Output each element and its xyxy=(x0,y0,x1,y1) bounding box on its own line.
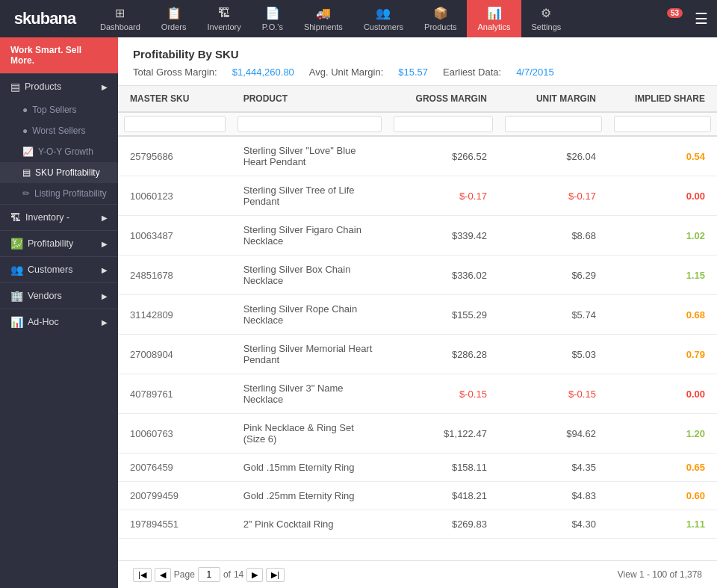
page-label: Page xyxy=(174,569,195,580)
cell-implied-7: 1.20 xyxy=(608,414,717,454)
nav-item-pos[interactable]: 📄P.O.'s xyxy=(252,0,294,37)
table-row: 31142809 Sterling Silver Rope Chain Neck… xyxy=(118,295,717,335)
sidebar-section-profitability: 💹Profitability▶ xyxy=(0,230,118,256)
page-number-input[interactable] xyxy=(198,567,220,582)
sidebar-label-products: Products xyxy=(25,81,97,92)
cell-implied-5: 0.79 xyxy=(608,335,717,374)
cell-gross-2: $339.42 xyxy=(388,216,499,256)
worst-sellers-icon: ● xyxy=(22,126,28,136)
cell-unit-4: $5.74 xyxy=(499,295,608,335)
col-product: PRODUCT xyxy=(232,86,388,112)
top-sellers-icon: ● xyxy=(22,105,28,115)
customers-icon: 👥 xyxy=(376,6,391,20)
filter-sku-input[interactable] xyxy=(124,116,226,132)
sidebar-sub-item-top-sellers[interactable]: ●Top Sellers xyxy=(0,99,118,120)
nav-item-settings[interactable]: ⚙Settings xyxy=(521,0,572,37)
cell-product-1: Sterling Silver Tree of Life Pendant xyxy=(232,176,388,216)
filter-row xyxy=(118,112,717,136)
cell-unit-2: $8.68 xyxy=(499,216,608,256)
cell-implied-1: 0.00 xyxy=(608,176,717,216)
cell-sku-3: 24851678 xyxy=(118,256,232,295)
sidebar-sub-item-worst-sellers[interactable]: ●Worst Sellers xyxy=(0,120,118,141)
sidebar-section-vendors: 🏢Vendors▶ xyxy=(0,282,118,309)
table-row: 200799459 Gold .25mm Eternity Ring $418.… xyxy=(118,482,717,510)
filter-unit-input[interactable] xyxy=(505,116,602,132)
sidebar-sub-item-yoy-growth[interactable]: 📈Y-O-Y Growth xyxy=(0,141,118,162)
sidebar-section-adhoc: 📊Ad-Hoc▶ xyxy=(0,309,118,335)
inventory-icon: 🏗 xyxy=(218,7,230,20)
page-title: Profitability By SKU xyxy=(133,48,702,61)
nav-item-products[interactable]: 📦Products xyxy=(414,0,467,37)
content-stats: Total Gross Margin: $1,444,260.80 Avg. U… xyxy=(133,66,702,78)
sidebar-item-inventory[interactable]: 🏗Inventory -▶ xyxy=(0,205,118,230)
view-info: View 1 - 100 of 1,378 xyxy=(618,569,702,580)
notification-badge: 53 xyxy=(667,8,683,18)
nav-label-dashboard: Dashboard xyxy=(100,22,140,31)
cell-unit-0: $26.04 xyxy=(499,136,608,176)
cell-implied-3: 1.15 xyxy=(608,256,717,295)
nav-item-inventory[interactable]: 🏗Inventory xyxy=(196,0,251,37)
work-smart-banner: Work Smart. Sell More. xyxy=(0,37,118,73)
cell-product-7: Pink Necklace & Ring Set (Size 6) xyxy=(232,414,388,454)
gross-margin-value: $1,444,260.80 xyxy=(232,66,294,78)
table-row: 25795686 Sterling Silver "Love" Blue Hea… xyxy=(118,136,717,176)
sidebar-sub-item-sku-profitability[interactable]: ▤SKU Profitability xyxy=(0,162,118,183)
earliest-data-label: Earliest Data: xyxy=(443,66,501,78)
cell-product-0: Sterling Silver "Love" Blue Heart Pendan… xyxy=(232,136,388,176)
products-icon: 📦 xyxy=(433,6,448,20)
sidebar-sub-item-listing-profitability[interactable]: ✏Listing Profitability xyxy=(0,183,118,204)
cell-unit-10: $4.30 xyxy=(499,510,608,539)
nav-item-customers[interactable]: 👥Customers xyxy=(353,0,414,37)
table-row: 10060763 Pink Necklace & Ring Set (Size … xyxy=(118,414,717,454)
filter-gross-input[interactable] xyxy=(394,116,493,132)
sidebar-item-adhoc[interactable]: 📊Ad-Hoc▶ xyxy=(0,309,118,335)
nav-label-shipments: Shipments xyxy=(304,22,343,31)
cell-unit-7: $94.62 xyxy=(499,414,608,454)
sidebar-arrow-customers: ▶ xyxy=(102,266,108,274)
filter-sku-cell xyxy=(118,112,232,136)
filter-product-input[interactable] xyxy=(238,116,382,132)
nav-item-shipments[interactable]: 🚚Shipments xyxy=(294,0,353,37)
cell-sku-2: 10063487 xyxy=(118,216,232,256)
profitability-table: MASTER SKU PRODUCT GROSS MARGIN UNIT MAR… xyxy=(118,86,717,539)
filter-implied-input[interactable] xyxy=(614,116,711,132)
unit-margin-value: $15.57 xyxy=(398,66,428,78)
earliest-data-value: 4/7/2015 xyxy=(516,66,554,78)
sidebar-item-customers[interactable]: 👥Customers▶ xyxy=(0,257,118,282)
next-page-btn[interactable]: ▶ xyxy=(246,568,263,582)
hamburger-menu[interactable]: ☰ xyxy=(695,10,708,28)
sidebar: Work Smart. Sell More. ▤Products▶●Top Se… xyxy=(0,37,118,588)
cell-sku-10: 197894551 xyxy=(118,510,232,539)
sidebar-item-products[interactable]: ▤Products▶ xyxy=(0,74,118,99)
unit-margin-label: Avg. Unit Margin: xyxy=(309,66,383,78)
nav-item-analytics[interactable]: 📊Analytics xyxy=(467,0,521,37)
prev-page-btn[interactable]: ◀ xyxy=(155,568,171,582)
cell-sku-5: 27008904 xyxy=(118,335,232,374)
of-label: of xyxy=(223,569,231,580)
pagination-controls: |◀ ◀ Page of 14 ▶ ▶| xyxy=(133,567,285,582)
sidebar-section-products: ▤Products▶●Top Sellers●Worst Sellers📈Y-O… xyxy=(0,73,118,204)
table-header-row: MASTER SKU PRODUCT GROSS MARGIN UNIT MAR… xyxy=(118,86,717,112)
table-row: 24851678 Sterling Silver Box Chain Neckl… xyxy=(118,256,717,295)
cell-product-8: Gold .15mm Eternity Ring xyxy=(232,454,388,482)
sidebar-item-profitability[interactable]: 💹Profitability▶ xyxy=(0,231,118,256)
cell-sku-8: 20076459 xyxy=(118,454,232,482)
last-page-btn[interactable]: ▶| xyxy=(266,568,285,582)
first-page-btn[interactable]: |◀ xyxy=(133,568,152,582)
cell-implied-8: 0.65 xyxy=(608,454,717,482)
sidebar-arrow-profitability: ▶ xyxy=(102,240,108,248)
cell-sku-7: 10060763 xyxy=(118,414,232,454)
cell-sku-9: 200799459 xyxy=(118,482,232,510)
sidebar-label-adhoc: Ad-Hoc xyxy=(28,317,97,327)
cell-product-9: Gold .25mm Eternity Ring xyxy=(232,482,388,510)
app-logo[interactable]: skubana xyxy=(0,0,90,37)
cell-gross-4: $155.29 xyxy=(388,295,499,335)
col-master-sku: MASTER SKU xyxy=(118,86,232,112)
nav-item-dashboard[interactable]: ⊞Dashboard xyxy=(90,0,151,37)
sidebar-section-customers: 👥Customers▶ xyxy=(0,256,118,282)
main-layout: Work Smart. Sell More. ▤Products▶●Top Se… xyxy=(0,37,717,588)
customers-icon: 👥 xyxy=(10,264,23,276)
nav-item-orders[interactable]: 📋Orders xyxy=(151,0,197,37)
cell-unit-3: $6.29 xyxy=(499,256,608,295)
sidebar-item-vendors[interactable]: 🏢Vendors▶ xyxy=(0,283,118,309)
